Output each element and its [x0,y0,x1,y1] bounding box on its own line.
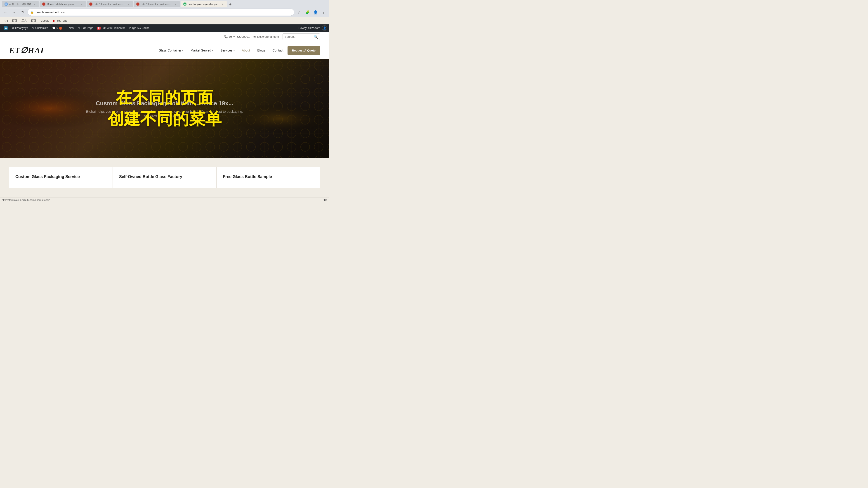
wp-customize[interactable]: ✎ Customize [30,24,50,32]
wp-edit-page[interactable]: ✎ Edit Page [76,24,95,32]
address-bar: ← → ↻ 🔒 template-a.echuhi.com ☆ 🧩 👤 ⋮ [0,7,329,17]
logo-part1: ET [9,46,20,55]
bookmark-baidu2[interactable]: 百度 [29,18,38,23]
wp-logo-item[interactable]: W [2,24,10,32]
wp-comments-icon: 💬 [52,26,56,30]
phone-item: 📞 0574-62000001 [224,35,250,38]
feature-1-title: Custom Glass Packaging Service [16,174,106,179]
bookmark-api[interactable]: API [2,19,10,23]
site-logo[interactable]: ET∅HAI [9,46,44,55]
wp-edit-label: Edit Page [81,26,93,30]
hero-section: Custom Glass Packaging Solutions... Sinc… [0,59,329,158]
nav-contact[interactable]: Contact [269,47,286,54]
nav-market-served-label: Market Served [191,48,211,52]
wp-howdy-text: Howdy, dlzzs.com [297,26,322,30]
wp-admin-bar: W dulizhanyoyo ✎ Customize 💬 6 0 + New ✎… [0,24,329,32]
hero-chinese-line2: 创建不同的菜单 [107,108,221,130]
wp-site-name-label: dulizhanyoyo [12,26,28,30]
bookmark-baidu2-label: 百度 [31,19,36,23]
tab4-close-btn[interactable]: ✕ [174,2,178,6]
status-url: https://template-a.echuhi.com/about-etoh… [2,199,50,201]
bookmark-youtube[interactable]: ▶ YouTube [52,19,69,23]
new-tab-button[interactable]: + [228,2,233,7]
nav-glass-container-label: Glass Container [159,48,181,52]
browser-window: 百 百度一下，你就知道 ✕ Y Menus · dulizhanyoyo — W… [0,0,329,202]
feature-3-title: Free Glass Bottle Sample [223,174,314,179]
wp-comments[interactable]: 💬 6 0 [51,24,64,32]
menu-button[interactable]: ⋮ [320,8,327,16]
reload-button[interactable]: ↻ [19,8,26,16]
tab1-title: 百度一下，你就知道 [9,2,31,6]
browser-tab-3[interactable]: Y Edit "Elementor Products A... ✕ [87,1,133,7]
wp-purge-label: Purge SG Cache [129,26,149,30]
nav-about-label: About [242,48,250,52]
email-address: xxx@etohai.com [257,35,279,38]
bookmark-tool[interactable]: 工具 [20,18,29,23]
nav-market-served[interactable]: Market Served ▾ [187,47,216,54]
header-search-bar[interactable]: 🔍 [283,33,320,40]
wp-elementor-icon: E [97,27,101,30]
tab2-close-btn[interactable]: ✕ [80,2,84,6]
header-contact-info: 📞 0574-62000001 ✉ xxx@etohai.com [224,35,279,38]
wp-new[interactable]: + New [65,24,76,32]
tab2-title: Menus · dulizhanyoyo — W... [47,3,79,5]
wp-new-label: + New [66,26,74,30]
status-bar: https://template-a.echuhi.com/about-etoh… [0,197,329,202]
request-quote-button[interactable]: Request A Quote [287,46,320,55]
tabs-bar: 百 百度一下，你就知道 ✕ Y Menus · dulizhanyoyo — W… [0,0,329,7]
wp-comments-badge: 0 [59,27,62,30]
tab3-title: Edit "Elementor Products A... [94,3,125,5]
url-text: template-a.echuhi.com [36,11,291,14]
wp-site-name[interactable]: dulizhanyoyo [10,24,30,32]
extensions-button[interactable]: 🧩 [304,8,311,16]
status-scroll-indicator: ◀ ▶ [323,198,327,201]
site-header: 📞 0574-62000001 ✉ xxx@etohai.com 🔍 ET∅HA… [0,32,329,59]
wp-edit-icon: ✎ [78,26,81,30]
bookmark-google[interactable]: Google [39,19,51,23]
search-input[interactable] [285,35,312,38]
back-button[interactable]: ← [2,8,9,16]
bookmarks-bar: API 百度 工具 百度 Google ▶ YouTube [0,17,329,24]
nav-blogs[interactable]: Blogs [254,47,268,54]
user-button[interactable]: 👤 [312,8,319,16]
search-icon[interactable]: 🔍 [313,35,318,39]
wp-purge[interactable]: Purge SG Cache [127,24,151,32]
forward-button[interactable]: → [10,8,18,16]
nav-blogs-label: Blogs [257,48,265,52]
bookmark-baidu[interactable]: 百度 [10,18,19,23]
browser-tab-5[interactable]: W dulizhanyoyo – jianzhanjiao... ✕ [181,1,227,7]
hero-chinese-overlay: 在不同的页面 创建不同的菜单 [107,87,221,129]
bookmark-google-label: Google [40,19,49,22]
nav-glass-container[interactable]: Glass Container ▾ [156,47,186,54]
feature-card-1: Custom Glass Packaging Service [9,167,113,188]
bookmark-baidu-label: 百度 [12,19,18,23]
wp-elementor[interactable]: E Edit with Elementor [95,24,127,32]
tab5-close-btn[interactable]: ✕ [221,2,224,6]
nav-services[interactable]: Services ▾ [217,47,238,54]
url-field[interactable]: 🔒 template-a.echuhi.com [28,8,294,16]
logo-part2: HAI [28,46,44,55]
tab1-close-btn[interactable]: ✕ [33,2,36,6]
youtube-icon: ▶ [53,19,55,22]
wp-admin-right: Howdy, dlzzs.com 👤 [297,25,327,31]
logo-circle: ∅ [20,46,28,55]
phone-icon: 📞 [224,35,228,38]
lock-icon: 🔒 [31,11,34,14]
bookmark-youtube-label: YouTube [57,19,67,22]
features-section: Custom Glass Packaging Service Self-Owne… [0,158,329,197]
tab3-close-btn[interactable]: ✕ [127,2,130,6]
feature-2-title: Self-Owned Bottle Glass Factory [119,174,210,179]
tab5-favicon: W [183,2,186,6]
wp-customize-icon: ✎ [32,26,34,30]
tab1-favicon: 百 [4,2,8,6]
nav-about[interactable]: About [239,47,253,54]
browser-tab-1[interactable]: 百 百度一下，你就知道 ✕ [2,1,39,7]
tab2-favicon: Y [42,2,45,6]
browser-tab-2[interactable]: Y Menus · dulizhanyoyo — W... ✕ [39,1,86,7]
wp-user-avatar[interactable]: 👤 [322,25,327,31]
bookmark-button[interactable]: ☆ [296,8,303,16]
browser-tab-4[interactable]: Y Edit "Elementor Products A... ✕ [133,1,180,7]
wordpress-logo: W [4,26,8,30]
tab5-title: dulizhanyoyo – jianzhanjiao... [188,3,219,5]
header-main-row: ET∅HAI Glass Container ▾ Market Served ▾… [9,42,320,59]
